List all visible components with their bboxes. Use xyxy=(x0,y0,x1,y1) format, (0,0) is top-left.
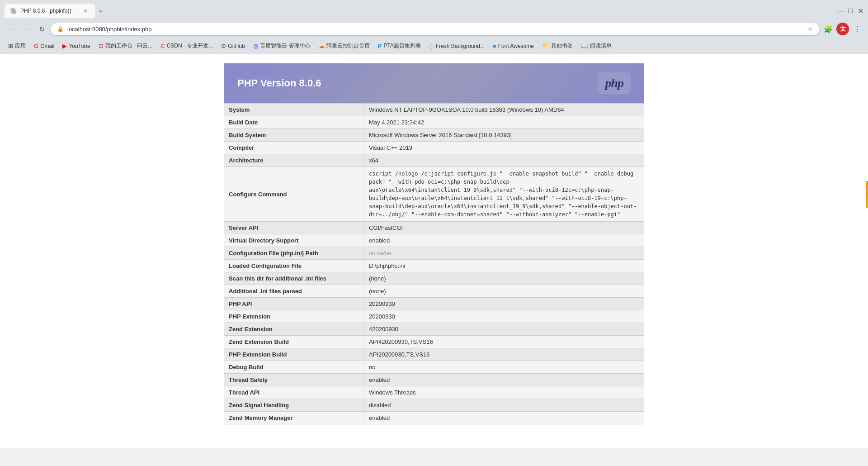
table-row: Build DateMay 4 2021 23:24:42 xyxy=(224,116,644,129)
row-value: (none) xyxy=(364,272,644,285)
fa-favicon: ■ xyxy=(493,43,496,49)
bookmark-reading-label: 阅读清单 xyxy=(590,42,612,50)
row-value: no xyxy=(364,361,644,374)
back-button[interactable]: ← xyxy=(5,23,17,35)
bookmark-apps[interactable]: ⊞ 应用 xyxy=(5,41,29,51)
refresh-button[interactable]: ↻ xyxy=(35,23,48,35)
bookmark-github[interactable]: ⊙ GitHub xyxy=(217,41,248,51)
bookmark-reading[interactable]: 📖 阅读清单 xyxy=(577,41,615,51)
row-key: PHP API xyxy=(224,298,364,310)
toolbar-icons: 🧩 文 ⋮ xyxy=(822,23,863,35)
browser-tab[interactable]: 🐘 PHP 8.0.6 - phpinfo() × xyxy=(5,4,95,18)
youtube-favicon: ▶ xyxy=(62,43,67,49)
row-value: enabled xyxy=(364,412,644,424)
php-version: PHP Version 8.0.6 xyxy=(237,77,321,89)
table-row: CompilerVisual C++ 2019 xyxy=(224,142,644,154)
row-value: 20200930 xyxy=(364,298,644,310)
row-value: Windows NT LAPTOP-9GOK1SOA 10.0 build 18… xyxy=(364,104,644,116)
title-bar: 🐘 PHP 8.0.6 - phpinfo() × + — □ ✕ xyxy=(0,0,868,18)
bookmark-youtube-label: YouTube xyxy=(69,43,90,49)
row-key: Build System xyxy=(224,129,364,142)
bookmark-csdn[interactable]: C CSDN - 专业开发... xyxy=(157,41,217,51)
bookmark-pta[interactable]: P PTA题目集列表 xyxy=(374,41,425,51)
tab-favicon: 🐘 xyxy=(10,7,18,14)
bookmark-csdn-label: CSDN - 专业开发... xyxy=(167,42,213,50)
bookmark-baidu[interactable]: ◎ 百度智能云-管理中心 xyxy=(250,41,314,51)
row-value: enabled xyxy=(364,234,644,247)
apps-favicon: ⊞ xyxy=(8,43,13,49)
table-row: Additional .ini files parsed(none) xyxy=(224,285,644,298)
row-key: Configure Command xyxy=(224,167,364,222)
bookmark-apps-label: 应用 xyxy=(15,42,26,50)
row-key: Server API xyxy=(224,222,364,234)
row-value: D:\php\php.ini xyxy=(364,260,644,272)
bookmark-pta-label: PTA题目集列表 xyxy=(383,42,420,50)
row-key: Configuration File (php.ini) Path xyxy=(224,247,364,260)
php-logo-text: php xyxy=(605,76,623,90)
row-key: Zend Extension Build xyxy=(224,336,364,348)
bookmark-fontawesome[interactable]: ■ Font Awesome xyxy=(489,41,538,51)
row-key: Thread Safety xyxy=(224,374,364,386)
row-value: May 4 2021 23:24:42 xyxy=(364,116,644,129)
row-key: Zend Extension xyxy=(224,323,364,336)
page-content: PHP Version 8.0.6 php SystemWindows NT L… xyxy=(0,54,868,448)
table-row: Architecturex64 xyxy=(224,154,644,167)
menu-button[interactable]: ⋮ xyxy=(851,23,863,35)
bookmark-baidu-label: 百度智能云-管理中心 xyxy=(260,42,311,50)
bookmark-star-icon[interactable]: ☆ xyxy=(808,26,813,32)
table-row: Virtual Directory Supportenabled xyxy=(224,234,644,247)
row-key: Architecture xyxy=(224,154,364,167)
bookmark-gmail[interactable]: G Gmail xyxy=(30,41,58,51)
bookmark-youtube[interactable]: ▶ YouTube xyxy=(59,41,94,51)
tab-title: PHP 8.0.6 - phpinfo() xyxy=(20,8,79,14)
table-row: PHP Extension20200930 xyxy=(224,310,644,323)
bookmark-github-label: GitHub xyxy=(228,43,245,49)
profile-button[interactable]: 文 xyxy=(836,23,849,35)
bookmark-fontawesome-label: Font Awesome xyxy=(498,43,534,49)
php-header: PHP Version 8.0.6 php xyxy=(224,63,644,103)
row-key: PHP Extension Build xyxy=(224,348,364,361)
bookmark-other-label: 其他书签 xyxy=(551,42,573,50)
row-key: Zend Memory Manager xyxy=(224,412,364,424)
table-row: Thread Safetyenabled xyxy=(224,374,644,386)
forward-button[interactable]: → xyxy=(20,23,33,35)
url-bar[interactable]: 🔒 localhost:8080/phpbin/index.php ☆ xyxy=(51,23,819,35)
bookmark-gitee[interactable]: ⊡ 我的工作台 - 码云... xyxy=(95,41,156,51)
fresh-favicon: ◌ xyxy=(429,43,434,49)
tab-area: 🐘 PHP 8.0.6 - phpinfo() × + xyxy=(5,4,837,18)
address-bar: ← → ↻ 🔒 localhost:8080/phpbin/index.php … xyxy=(0,18,868,40)
row-key: Virtual Directory Support xyxy=(224,234,364,247)
row-key: Thread API xyxy=(224,386,364,399)
extensions-button[interactable]: 🧩 xyxy=(822,23,835,35)
table-row: Configuration File (php.ini) Pathno valu… xyxy=(224,247,644,260)
pta-favicon: P xyxy=(378,43,382,49)
browser-chrome: 🐘 PHP 8.0.6 - phpinfo() × + — □ ✕ ← → ↻ … xyxy=(0,0,868,54)
row-key: Debug Build xyxy=(224,361,364,374)
row-key: Compiler xyxy=(224,142,364,154)
row-value: CGI/FastCGI xyxy=(364,222,644,234)
table-row: Thread APIWindows Threads xyxy=(224,386,644,399)
minimize-button[interactable]: — xyxy=(837,8,844,14)
github-favicon: ⊙ xyxy=(221,43,226,49)
row-value: Microsoft Windows Server 2016 Standard [… xyxy=(364,129,644,142)
bookmark-fresh-label: Fresh Background... xyxy=(436,43,485,49)
phpinfo-table: SystemWindows NT LAPTOP-9GOK1SOA 10.0 bu… xyxy=(224,103,644,424)
window-controls: — □ ✕ xyxy=(837,8,863,14)
table-row: Loaded Configuration FileD:\php\php.ini xyxy=(224,260,644,272)
aliyun-favicon: ☁ xyxy=(319,43,325,49)
bookmark-other[interactable]: 📁 其他书签 xyxy=(538,41,576,51)
bookmark-aliyun[interactable]: ☁ 阿里云控制台首页 xyxy=(315,41,373,51)
gitee-favicon: ⊡ xyxy=(99,43,104,49)
bookmark-gmail-label: Gmail xyxy=(40,43,54,49)
close-window-button[interactable]: ✕ xyxy=(857,8,863,14)
table-row: Build SystemMicrosoft Windows Server 201… xyxy=(224,129,644,142)
table-row: Debug Buildno xyxy=(224,361,644,374)
php-logo: php xyxy=(598,72,631,94)
right-accent xyxy=(866,181,868,208)
tab-close-button[interactable]: × xyxy=(81,7,90,15)
row-value: Visual C++ 2019 xyxy=(364,142,644,154)
new-tab-button[interactable]: + xyxy=(97,5,105,18)
row-value: 420200930 xyxy=(364,323,644,336)
bookmark-fresh[interactable]: ◌ Fresh Background... xyxy=(425,41,488,51)
maximize-button[interactable]: □ xyxy=(847,8,854,14)
